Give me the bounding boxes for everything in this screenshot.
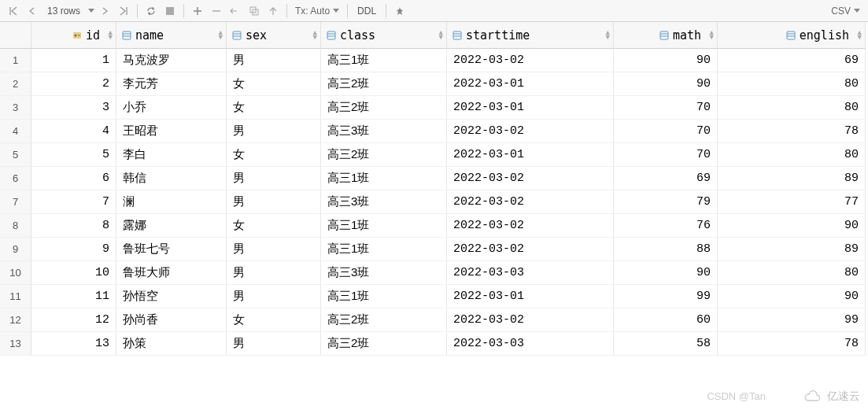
cell-sex[interactable]: 男 <box>227 190 321 214</box>
cell-math[interactable]: 79 <box>614 190 718 214</box>
cell-class[interactable]: 高三1班 <box>321 285 447 308</box>
cell-class[interactable]: 高三1班 <box>321 49 447 72</box>
cell-starttime[interactable]: 2022-03-02 <box>447 214 614 238</box>
cell-sex[interactable]: 男 <box>227 49 321 72</box>
cell-id[interactable]: 7 <box>31 190 116 214</box>
cell-starttime[interactable]: 2022-03-02 <box>447 308 614 332</box>
column-header-math[interactable]: math ▲▼ <box>614 22 718 49</box>
cell-sex[interactable]: 男 <box>227 120 321 143</box>
cell-id[interactable]: 3 <box>31 96 116 120</box>
cell-sex[interactable]: 男 <box>227 332 321 356</box>
cell-name[interactable]: 孙策 <box>116 332 227 356</box>
cell-id[interactable]: 10 <box>31 261 116 285</box>
cell-starttime[interactable]: 2022-03-01 <box>447 72 614 96</box>
cell-math[interactable]: 60 <box>614 308 718 332</box>
cell-sex[interactable]: 男 <box>227 261 321 285</box>
revert-button[interactable] <box>227 2 244 20</box>
cell-id[interactable]: 5 <box>31 143 116 167</box>
cell-class[interactable]: 高三3班 <box>321 190 447 214</box>
cell-english[interactable]: 80 <box>718 72 866 96</box>
row-number[interactable]: 5 <box>0 143 31 167</box>
cell-english[interactable]: 78 <box>718 332 866 356</box>
cell-english[interactable]: 89 <box>718 238 866 261</box>
refresh-button[interactable] <box>142 2 160 20</box>
cell-starttime[interactable]: 2022-03-03 <box>447 261 614 285</box>
cell-name[interactable]: 小乔 <box>116 96 227 120</box>
cell-sex[interactable]: 女 <box>227 308 321 332</box>
next-page-button[interactable] <box>96 2 113 20</box>
cell-name[interactable]: 孙尚香 <box>116 308 227 332</box>
cell-english[interactable]: 78 <box>718 120 866 143</box>
row-number[interactable]: 9 <box>0 238 31 261</box>
cell-starttime[interactable]: 2022-03-02 <box>447 238 614 261</box>
cell-class[interactable]: 高三2班 <box>321 308 447 332</box>
cell-class[interactable]: 高三1班 <box>321 238 447 261</box>
cell-math[interactable]: 88 <box>614 238 718 261</box>
cell-english[interactable]: 69 <box>718 49 866 72</box>
cell-math[interactable]: 70 <box>614 96 718 120</box>
cell-starttime[interactable]: 2022-03-01 <box>447 143 614 167</box>
cell-sex[interactable]: 女 <box>227 72 321 96</box>
tx-mode-dropdown[interactable]: Tx: Auto <box>292 6 342 17</box>
cell-id[interactable]: 12 <box>31 308 116 332</box>
cell-english[interactable]: 80 <box>718 261 866 285</box>
row-number[interactable]: 6 <box>0 167 31 190</box>
cell-class[interactable]: 高三1班 <box>321 167 447 190</box>
cell-class[interactable]: 高三2班 <box>321 72 447 96</box>
cell-math[interactable]: 70 <box>614 120 718 143</box>
commit-button[interactable] <box>264 2 282 20</box>
cell-sex[interactable]: 男 <box>227 238 321 261</box>
row-number[interactable]: 2 <box>0 72 31 96</box>
column-header-starttime[interactable]: starttime ▲▼ <box>447 22 614 49</box>
first-page-button[interactable] <box>5 2 22 20</box>
column-header-id[interactable]: id ▲▼ <box>31 22 116 49</box>
row-number[interactable]: 8 <box>0 214 31 238</box>
cell-id[interactable]: 6 <box>31 167 116 190</box>
cell-math[interactable]: 99 <box>614 285 718 308</box>
cell-sex[interactable]: 男 <box>227 285 321 308</box>
cell-name[interactable]: 韩信 <box>116 167 227 190</box>
prev-page-button[interactable] <box>24 2 41 20</box>
cell-math[interactable]: 69 <box>614 167 718 190</box>
column-header-class[interactable]: class ▲▼ <box>321 22 447 49</box>
cell-class[interactable]: 高三1班 <box>321 214 447 238</box>
cell-name[interactable]: 李白 <box>116 143 227 167</box>
delete-row-button[interactable] <box>208 2 225 20</box>
cell-math[interactable]: 76 <box>614 214 718 238</box>
cell-english[interactable]: 90 <box>718 285 866 308</box>
clone-button[interactable] <box>246 2 263 20</box>
cell-starttime[interactable]: 2022-03-01 <box>447 285 614 308</box>
row-number[interactable]: 12 <box>0 308 31 332</box>
cell-class[interactable]: 高三2班 <box>321 96 447 120</box>
stop-button[interactable] <box>161 2 179 20</box>
column-header-english[interactable]: english ▲▼ <box>718 22 866 49</box>
pin-button[interactable] <box>391 2 408 20</box>
cell-name[interactable]: 孙悟空 <box>116 285 227 308</box>
cell-starttime[interactable]: 2022-03-01 <box>447 96 614 120</box>
cell-name[interactable]: 王昭君 <box>116 120 227 143</box>
cell-sex[interactable]: 女 <box>227 214 321 238</box>
cell-name[interactable]: 鲁班大师 <box>116 261 227 285</box>
cell-sex[interactable]: 女 <box>227 96 321 120</box>
row-number[interactable]: 7 <box>0 190 31 214</box>
cell-sex[interactable]: 女 <box>227 143 321 167</box>
export-dropdown[interactable]: CSV <box>828 6 863 17</box>
cell-class[interactable]: 高三2班 <box>321 332 447 356</box>
row-number[interactable]: 1 <box>0 49 31 72</box>
ddl-button[interactable]: DDL <box>353 6 381 17</box>
row-number[interactable]: 10 <box>0 261 31 285</box>
cell-starttime[interactable]: 2022-03-02 <box>447 49 614 72</box>
cell-starttime[interactable]: 2022-03-02 <box>447 190 614 214</box>
add-row-button[interactable] <box>189 2 206 20</box>
cell-name[interactable]: 澜 <box>116 190 227 214</box>
row-number[interactable]: 4 <box>0 120 31 143</box>
cell-id[interactable]: 1 <box>31 49 116 72</box>
cell-id[interactable]: 13 <box>31 332 116 356</box>
cell-starttime[interactable]: 2022-03-03 <box>447 332 614 356</box>
cell-english[interactable]: 77 <box>718 190 866 214</box>
cell-id[interactable]: 2 <box>31 72 116 96</box>
cell-math[interactable]: 90 <box>614 72 718 96</box>
cell-id[interactable]: 8 <box>31 214 116 238</box>
cell-english[interactable]: 89 <box>718 167 866 190</box>
cell-name[interactable]: 马克波罗 <box>116 49 227 72</box>
